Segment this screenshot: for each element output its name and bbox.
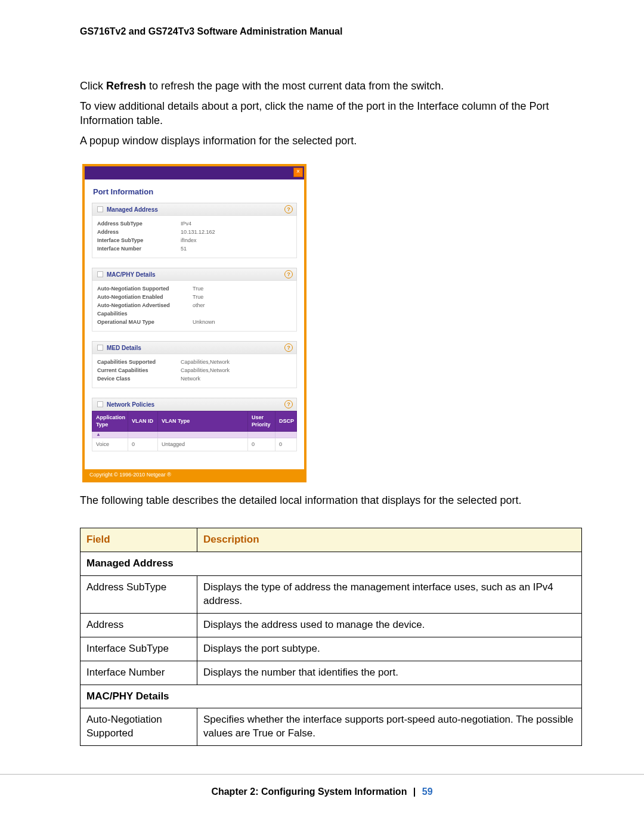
kv-row: Auto-Negotiation Advertised Capabilities… bbox=[97, 301, 292, 318]
cell-desc: Displays the port subtype. bbox=[197, 637, 582, 661]
footer-page-number: 59 bbox=[422, 786, 433, 797]
kv-row: Interface SubTypeifIndex bbox=[97, 236, 292, 244]
sort-row[interactable]: ▲ bbox=[92, 431, 297, 438]
port-info-popup-screenshot: × Port Information Managed Address ? Add… bbox=[82, 164, 306, 482]
col-user-priority[interactable]: User Priority bbox=[248, 411, 275, 431]
help-icon[interactable]: ? bbox=[284, 343, 293, 352]
section-title: Managed Address bbox=[107, 206, 158, 214]
help-icon[interactable]: ? bbox=[284, 400, 293, 408]
section-med-details: MED Details ? Capabilities SupportedCapa… bbox=[92, 341, 297, 388]
table-row: Interface NumberDisplays the number that… bbox=[80, 661, 582, 685]
kv-value: Unknown bbox=[193, 318, 292, 326]
kv-key: Address bbox=[97, 228, 181, 236]
cell-vlan: 0 bbox=[128, 438, 158, 451]
section-network-policies: Network Policies ? Application Type VLAN… bbox=[92, 398, 297, 451]
section-macphy-details: MAC/PHY Details ? Auto-Negotiation Suppo… bbox=[92, 268, 297, 332]
collapse-icon[interactable] bbox=[97, 345, 103, 351]
col-description: Description bbox=[197, 528, 582, 552]
help-icon[interactable]: ? bbox=[284, 270, 293, 278]
cell-prio: 0 bbox=[248, 438, 275, 451]
kv-value: 10.131.12.162 bbox=[181, 228, 292, 236]
cell-app: Voice bbox=[92, 438, 128, 451]
kv-key: Address SubType bbox=[97, 219, 181, 228]
kv-value: True bbox=[193, 284, 292, 293]
kv-key: Device Class bbox=[97, 374, 181, 383]
table-section-row: Managed Address bbox=[80, 552, 582, 575]
body-paragraph: A popup window displays information for … bbox=[80, 134, 582, 148]
cell-dscp: 0 bbox=[275, 438, 297, 451]
table-row: Auto-Negotiation SupportedSpecifies whet… bbox=[80, 708, 582, 746]
table-row: Address SubTypeDisplays the type of addr… bbox=[80, 575, 582, 613]
popup-title: Port Information bbox=[93, 187, 297, 197]
kv-key: Interface Number bbox=[97, 244, 181, 253]
kv-row: Device ClassNetwork bbox=[97, 374, 292, 383]
refresh-keyword: Refresh bbox=[106, 80, 146, 92]
cell-vtype: Untagged bbox=[158, 438, 248, 451]
kv-row: Interface Number51 bbox=[97, 244, 292, 253]
cell-field: Address bbox=[80, 613, 197, 637]
kv-value: ifIndex bbox=[181, 236, 292, 244]
kv-row: Auto-Negotiation EnabledTrue bbox=[97, 293, 292, 301]
col-vlan-type[interactable]: VLAN Type bbox=[158, 411, 248, 431]
body-paragraph: To view additional details about a port,… bbox=[80, 99, 582, 128]
kv-key: Interface SubType bbox=[97, 236, 181, 244]
section-title: Network Policies bbox=[107, 401, 154, 409]
body-paragraph: Click Refresh to refresh the page with t… bbox=[80, 79, 582, 93]
kv-key: Operational MAU Type bbox=[97, 318, 193, 326]
kv-value: Capabilities,Network bbox=[181, 358, 292, 366]
network-policies-table: Application Type VLAN ID VLAN Type User … bbox=[92, 411, 297, 451]
section-label: Managed Address bbox=[80, 552, 582, 575]
kv-row: Address SubTypeIPv4 bbox=[97, 219, 292, 228]
popup-titlebar: × bbox=[85, 166, 304, 179]
text: to refresh the page with the most curren… bbox=[146, 80, 444, 92]
collapse-icon[interactable] bbox=[97, 271, 103, 277]
cell-desc: Displays the address used to manage the … bbox=[197, 613, 582, 637]
kv-key: Auto-Negotiation Advertised Capabilities bbox=[97, 301, 193, 318]
cell-field: Auto-Negotiation Supported bbox=[80, 708, 197, 746]
kv-value: Network bbox=[181, 374, 292, 383]
close-icon[interactable]: × bbox=[293, 168, 303, 177]
cell-field: Interface Number bbox=[80, 661, 197, 685]
field-description-table: Field Description Managed Address Addres… bbox=[80, 528, 582, 746]
kv-key: Current Capabilities bbox=[97, 366, 181, 374]
cell-field: Interface SubType bbox=[80, 637, 197, 661]
cell-desc: Displays the type of address the managem… bbox=[197, 575, 582, 613]
kv-row: Current CapabilitiesCapabilities,Network bbox=[97, 366, 292, 374]
kv-row: Operational MAU TypeUnknown bbox=[97, 318, 292, 326]
section-label: MAC/PHY Details bbox=[80, 685, 582, 708]
cell-desc: Displays the number that identifies the … bbox=[197, 661, 582, 685]
kv-key: Auto-Negotiation Enabled bbox=[97, 293, 193, 301]
table-row: Interface SubTypeDisplays the port subty… bbox=[80, 637, 582, 661]
kv-key: Capabilities Supported bbox=[97, 358, 181, 366]
col-dscp[interactable]: DSCP bbox=[275, 411, 297, 431]
cell-field: Address SubType bbox=[80, 575, 197, 613]
table-row: Voice 0 Untagged 0 0 bbox=[92, 438, 297, 451]
kv-value: 51 bbox=[181, 244, 292, 253]
section-title: MAC/PHY Details bbox=[107, 271, 156, 279]
section-managed-address: Managed Address ? Address SubTypeIPv4 Ad… bbox=[92, 203, 297, 258]
footer-chapter: Chapter 2: Configuring System Informatio… bbox=[211, 786, 407, 797]
collapse-icon[interactable] bbox=[97, 206, 103, 212]
kv-row: Address10.131.12.162 bbox=[97, 228, 292, 236]
kv-row: Capabilities SupportedCapabilities,Netwo… bbox=[97, 358, 292, 366]
help-icon[interactable]: ? bbox=[284, 205, 293, 213]
table-row: AddressDisplays the address used to mana… bbox=[80, 613, 582, 637]
table-section-row: MAC/PHY Details bbox=[80, 685, 582, 708]
col-application-type[interactable]: Application Type bbox=[92, 411, 128, 431]
footer-separator: | bbox=[413, 786, 416, 797]
body-paragraph: The following table describes the detail… bbox=[80, 493, 582, 507]
col-vlan-id[interactable]: VLAN ID bbox=[128, 411, 158, 431]
running-header: GS716Tv2 and GS724Tv3 Software Administr… bbox=[80, 25, 582, 38]
kv-value: IPv4 bbox=[181, 219, 292, 228]
kv-value: Capabilities,Network bbox=[181, 366, 292, 374]
col-field: Field bbox=[80, 528, 197, 552]
section-title: MED Details bbox=[107, 344, 141, 352]
kv-key: Auto-Negotiation Supported bbox=[97, 284, 193, 293]
kv-row: Auto-Negotiation SupportedTrue bbox=[97, 284, 292, 293]
collapse-icon[interactable] bbox=[97, 401, 103, 407]
cell-desc: Specifies whether the interface supports… bbox=[197, 708, 582, 746]
copyright-bar: Copyright © 1996-2010 Netgear ® bbox=[85, 469, 304, 480]
page-footer: Chapter 2: Configuring System Informatio… bbox=[0, 774, 644, 798]
kv-value: True bbox=[193, 293, 292, 301]
kv-value: other bbox=[193, 301, 292, 318]
